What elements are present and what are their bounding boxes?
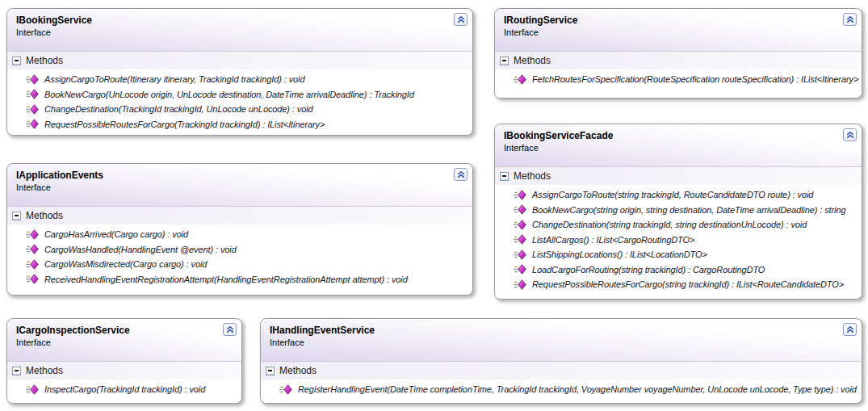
method-signature: CargoHasArrived(Cargo cargo) : void — [44, 229, 188, 239]
method-icon — [513, 190, 526, 200]
compartment-label: Methods — [279, 365, 317, 376]
method-signature: LoadCargoForRouting(string trackingId) :… — [532, 265, 765, 275]
class-stereotype: Interface — [16, 27, 464, 39]
class-stereotype: Interface — [504, 27, 853, 39]
method-signature: AssignCargoToRoute(string trackingId, Ro… — [532, 190, 813, 199]
method-row[interactable]: ChangeDestination(TrackingId trackingId,… — [7, 102, 472, 117]
method-row[interactable]: InspectCargo(TrackingId trackingId) : vo… — [7, 382, 241, 397]
class-stereotype: Interface — [16, 182, 464, 194]
methods-compartment-header[interactable]: Methods — [7, 361, 241, 380]
class-box-ibookingservicefacade[interactable]: IBookingServiceFacade Interface Methods … — [494, 124, 862, 300]
collapse-button[interactable] — [223, 323, 237, 336]
method-signature: ListShippingLocations() : IList<Location… — [532, 250, 707, 259]
class-header: ICargoInspectionService Interface — [7, 319, 241, 361]
class-box-ibookingservice[interactable]: IBookingService Interface Methods Assign… — [6, 8, 473, 136]
method-row[interactable]: LoadCargoForRouting(string trackingId) :… — [495, 262, 862, 278]
methods-list: AssignCargoToRoute(Itinerary itinerary, … — [7, 69, 472, 135]
methods-compartment-header[interactable]: Methods — [7, 206, 472, 224]
methods-compartment-header[interactable]: Methods — [495, 166, 862, 185]
minus-expander-icon[interactable] — [500, 172, 509, 181]
method-row[interactable]: AssignCargoToRoute(string trackingId, Ro… — [495, 187, 862, 203]
class-stereotype: Interface — [504, 142, 853, 154]
class-box-icargoinspectionservice[interactable]: ICargoInspectionService Interface Method… — [6, 318, 242, 404]
method-signature: ChangeDestination(TrackingId trackingId,… — [44, 104, 313, 114]
method-signature: BookNewCargo(string origin, string desti… — [532, 205, 845, 215]
method-row[interactable]: ReceivedHandlingEventRegistrationAttempt… — [7, 272, 472, 287]
method-signature: FetchRoutesForSpecification(RouteSpecifi… — [532, 74, 858, 84]
compartment-label: Methods — [26, 365, 63, 376]
methods-list: CargoHasArrived(Cargo cargo) : void Carg… — [7, 224, 472, 295]
method-icon — [25, 89, 39, 99]
collapse-button[interactable] — [454, 13, 468, 26]
minus-expander-icon[interactable] — [12, 57, 21, 65]
double-chevron-up-icon — [845, 325, 855, 334]
class-box-iapplicationevents[interactable]: IApplicationEvents Interface Methods Car… — [6, 163, 473, 296]
methods-list: RegisterHandlingEvent(DateTime completio… — [261, 380, 862, 403]
method-row[interactable]: CargoWasMisdirected(Cargo cargo) : void — [7, 257, 472, 272]
collapse-button[interactable] — [843, 128, 857, 141]
double-chevron-up-icon — [225, 325, 235, 334]
method-icon — [279, 384, 292, 395]
compartment-label: Methods — [26, 55, 63, 66]
method-row[interactable]: BookNewCargo(UnLocode origin, UnLocode d… — [7, 87, 472, 103]
class-name: IApplicationEvents — [16, 170, 464, 182]
class-box-iroutingservice[interactable]: IRoutingService Interface Methods FetchR… — [494, 8, 862, 99]
class-name: IRoutingService — [504, 15, 853, 27]
class-stereotype: Interface — [16, 337, 233, 349]
method-signature: CargoWasMisdirected(Cargo cargo) : void — [44, 259, 207, 269]
method-row[interactable]: RequestPossibleRoutesForCargo(string tra… — [495, 277, 862, 292]
minus-expander-icon[interactable] — [266, 367, 275, 375]
method-icon — [25, 229, 39, 240]
methods-compartment-header[interactable]: Methods — [261, 361, 862, 380]
method-signature: BookNewCargo(UnLocode origin, UnLocode d… — [44, 90, 414, 99]
method-icon — [25, 74, 39, 85]
method-signature: InspectCargo(TrackingId trackingId) : vo… — [44, 384, 205, 394]
method-signature: RequestPossibleRoutesForCargo(TrackingId… — [44, 120, 325, 129]
method-icon — [25, 259, 39, 270]
methods-list: AssignCargoToRoute(string trackingId, Ro… — [495, 185, 862, 299]
method-signature: CargoWasHandled(HandlingEvent @event) : … — [44, 245, 237, 254]
method-signature: AssignCargoToRoute(Itinerary itinerary, … — [44, 74, 304, 84]
methods-list: InspectCargo(TrackingId trackingId) : vo… — [7, 380, 241, 403]
class-header: IApplicationEvents Interface — [7, 164, 472, 206]
collapse-button[interactable] — [843, 13, 857, 26]
double-chevron-up-icon — [456, 15, 466, 24]
method-row[interactable]: AssignCargoToRoute(Itinerary itinerary, … — [7, 72, 472, 87]
class-box-ihandlingeventservice[interactable]: IHandlingEventService Interface Methods … — [260, 318, 862, 404]
minus-expander-icon[interactable] — [12, 212, 21, 220]
method-icon — [513, 204, 526, 215]
collapse-button[interactable] — [843, 323, 857, 336]
class-header: IHandlingEventService Interface — [261, 319, 862, 361]
method-row[interactable]: RequestPossibleRoutesForCargo(TrackingId… — [7, 117, 472, 132]
method-row[interactable]: RegisterHandlingEvent(DateTime completio… — [261, 382, 862, 397]
method-signature: ListAllCargos() : IList<CargoRoutingDTO> — [532, 235, 694, 245]
collapse-button[interactable] — [454, 168, 468, 181]
method-icon — [513, 250, 526, 260]
class-name: IBookingService — [16, 15, 464, 27]
methods-list: FetchRoutesForSpecification(RouteSpecifi… — [495, 69, 862, 98]
method-icon — [513, 234, 526, 245]
method-signature: RequestPossibleRoutesForCargo(string tra… — [532, 279, 844, 289]
method-signature: ReceivedHandlingEventRegistrationAttempt… — [44, 275, 408, 284]
method-row[interactable]: BookNewCargo(string origin, string desti… — [495, 203, 862, 218]
method-icon — [513, 279, 526, 290]
compartment-label: Methods — [26, 210, 63, 221]
method-row[interactable]: CargoWasHandled(HandlingEvent @event) : … — [7, 242, 472, 258]
method-row[interactable]: ListShippingLocations() : IList<Location… — [495, 247, 862, 262]
methods-compartment-header[interactable]: Methods — [7, 51, 472, 69]
class-header: IBookingServiceFacade Interface — [495, 124, 862, 166]
method-row[interactable]: FetchRoutesForSpecification(RouteSpecifi… — [495, 72, 862, 87]
minus-expander-icon[interactable] — [12, 367, 21, 375]
methods-compartment-header[interactable]: Methods — [495, 51, 862, 69]
class-name: IHandlingEventService — [270, 325, 853, 337]
method-row[interactable]: ListAllCargos() : IList<CargoRoutingDTO> — [495, 233, 862, 248]
double-chevron-up-icon — [456, 170, 466, 179]
method-icon — [513, 264, 526, 275]
minus-expander-icon[interactable] — [500, 57, 509, 65]
class-name: ICargoInspectionService — [16, 325, 233, 337]
class-stereotype: Interface — [270, 337, 853, 349]
method-row[interactable]: CargoHasArrived(Cargo cargo) : void — [7, 227, 472, 242]
method-icon — [513, 74, 526, 85]
method-icon — [25, 119, 39, 129]
method-row[interactable]: ChangeDestination(string trackingId, str… — [495, 217, 862, 233]
